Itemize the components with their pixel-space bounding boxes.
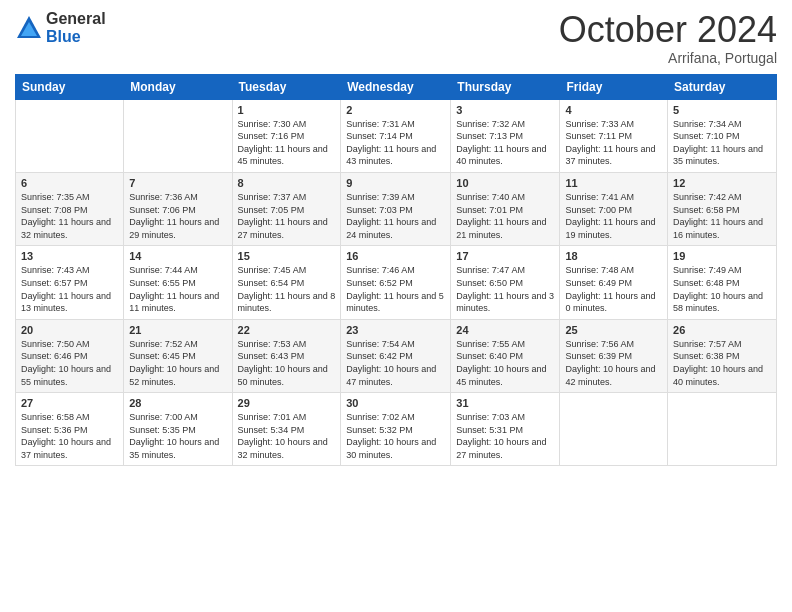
location-subtitle: Arrifana, Portugal [559, 50, 777, 66]
day-info: Sunrise: 7:57 AM Sunset: 6:38 PM Dayligh… [673, 338, 771, 388]
day-info: Sunrise: 7:52 AM Sunset: 6:45 PM Dayligh… [129, 338, 226, 388]
table-row: 2Sunrise: 7:31 AM Sunset: 7:14 PM Daylig… [341, 99, 451, 172]
table-row: 25Sunrise: 7:56 AM Sunset: 6:39 PM Dayli… [560, 319, 668, 392]
day-number: 4 [565, 104, 662, 116]
table-row: 4Sunrise: 7:33 AM Sunset: 7:11 PM Daylig… [560, 99, 668, 172]
table-row: 10Sunrise: 7:40 AM Sunset: 7:01 PM Dayli… [451, 172, 560, 245]
day-number: 14 [129, 250, 226, 262]
day-info: Sunrise: 7:53 AM Sunset: 6:43 PM Dayligh… [238, 338, 336, 388]
week-row-1: 1Sunrise: 7:30 AM Sunset: 7:16 PM Daylig… [16, 99, 777, 172]
day-info: Sunrise: 6:58 AM Sunset: 5:36 PM Dayligh… [21, 411, 118, 461]
day-number: 25 [565, 324, 662, 336]
table-row: 26Sunrise: 7:57 AM Sunset: 6:38 PM Dayli… [668, 319, 777, 392]
day-number: 13 [21, 250, 118, 262]
month-title: October 2024 [559, 10, 777, 50]
table-row: 11Sunrise: 7:41 AM Sunset: 7:00 PM Dayli… [560, 172, 668, 245]
day-number: 10 [456, 177, 554, 189]
day-number: 5 [673, 104, 771, 116]
table-row: 22Sunrise: 7:53 AM Sunset: 6:43 PM Dayli… [232, 319, 341, 392]
day-info: Sunrise: 7:31 AM Sunset: 7:14 PM Dayligh… [346, 118, 445, 168]
day-number: 23 [346, 324, 445, 336]
table-row: 17Sunrise: 7:47 AM Sunset: 6:50 PM Dayli… [451, 246, 560, 319]
table-row: 21Sunrise: 7:52 AM Sunset: 6:45 PM Dayli… [124, 319, 232, 392]
day-info: Sunrise: 7:03 AM Sunset: 5:31 PM Dayligh… [456, 411, 554, 461]
table-row: 16Sunrise: 7:46 AM Sunset: 6:52 PM Dayli… [341, 246, 451, 319]
day-number: 1 [238, 104, 336, 116]
day-info: Sunrise: 7:36 AM Sunset: 7:06 PM Dayligh… [129, 191, 226, 241]
day-info: Sunrise: 7:30 AM Sunset: 7:16 PM Dayligh… [238, 118, 336, 168]
day-info: Sunrise: 7:40 AM Sunset: 7:01 PM Dayligh… [456, 191, 554, 241]
logo-general-text: General [46, 10, 106, 28]
table-row: 27Sunrise: 6:58 AM Sunset: 5:36 PM Dayli… [16, 393, 124, 466]
day-info: Sunrise: 7:39 AM Sunset: 7:03 PM Dayligh… [346, 191, 445, 241]
table-row: 28Sunrise: 7:00 AM Sunset: 5:35 PM Dayli… [124, 393, 232, 466]
day-number: 31 [456, 397, 554, 409]
day-info: Sunrise: 7:34 AM Sunset: 7:10 PM Dayligh… [673, 118, 771, 168]
table-row: 29Sunrise: 7:01 AM Sunset: 5:34 PM Dayli… [232, 393, 341, 466]
table-row: 30Sunrise: 7:02 AM Sunset: 5:32 PM Dayli… [341, 393, 451, 466]
day-number: 17 [456, 250, 554, 262]
day-number: 28 [129, 397, 226, 409]
table-row: 19Sunrise: 7:49 AM Sunset: 6:48 PM Dayli… [668, 246, 777, 319]
day-info: Sunrise: 7:37 AM Sunset: 7:05 PM Dayligh… [238, 191, 336, 241]
day-number: 11 [565, 177, 662, 189]
title-area: October 2024 Arrifana, Portugal [559, 10, 777, 66]
week-row-5: 27Sunrise: 6:58 AM Sunset: 5:36 PM Dayli… [16, 393, 777, 466]
header-friday: Friday [560, 74, 668, 99]
day-info: Sunrise: 7:48 AM Sunset: 6:49 PM Dayligh… [565, 264, 662, 314]
day-number: 16 [346, 250, 445, 262]
table-row: 24Sunrise: 7:55 AM Sunset: 6:40 PM Dayli… [451, 319, 560, 392]
day-info: Sunrise: 7:49 AM Sunset: 6:48 PM Dayligh… [673, 264, 771, 314]
day-info: Sunrise: 7:47 AM Sunset: 6:50 PM Dayligh… [456, 264, 554, 314]
day-info: Sunrise: 7:45 AM Sunset: 6:54 PM Dayligh… [238, 264, 336, 314]
table-row: 8Sunrise: 7:37 AM Sunset: 7:05 PM Daylig… [232, 172, 341, 245]
day-number: 21 [129, 324, 226, 336]
week-row-3: 13Sunrise: 7:43 AM Sunset: 6:57 PM Dayli… [16, 246, 777, 319]
logo-icon [15, 14, 43, 42]
table-row: 13Sunrise: 7:43 AM Sunset: 6:57 PM Dayli… [16, 246, 124, 319]
table-row: 7Sunrise: 7:36 AM Sunset: 7:06 PM Daylig… [124, 172, 232, 245]
table-row: 9Sunrise: 7:39 AM Sunset: 7:03 PM Daylig… [341, 172, 451, 245]
day-number: 24 [456, 324, 554, 336]
header-saturday: Saturday [668, 74, 777, 99]
day-info: Sunrise: 7:55 AM Sunset: 6:40 PM Dayligh… [456, 338, 554, 388]
table-row: 20Sunrise: 7:50 AM Sunset: 6:46 PM Dayli… [16, 319, 124, 392]
table-row [124, 99, 232, 172]
day-number: 18 [565, 250, 662, 262]
day-info: Sunrise: 7:33 AM Sunset: 7:11 PM Dayligh… [565, 118, 662, 168]
day-number: 3 [456, 104, 554, 116]
day-number: 15 [238, 250, 336, 262]
table-row: 14Sunrise: 7:44 AM Sunset: 6:55 PM Dayli… [124, 246, 232, 319]
table-row: 1Sunrise: 7:30 AM Sunset: 7:16 PM Daylig… [232, 99, 341, 172]
header: General Blue October 2024 Arrifana, Port… [15, 10, 777, 66]
day-info: Sunrise: 7:50 AM Sunset: 6:46 PM Dayligh… [21, 338, 118, 388]
day-number: 6 [21, 177, 118, 189]
day-info: Sunrise: 7:43 AM Sunset: 6:57 PM Dayligh… [21, 264, 118, 314]
day-info: Sunrise: 7:02 AM Sunset: 5:32 PM Dayligh… [346, 411, 445, 461]
day-info: Sunrise: 7:46 AM Sunset: 6:52 PM Dayligh… [346, 264, 445, 314]
day-number: 30 [346, 397, 445, 409]
day-info: Sunrise: 7:35 AM Sunset: 7:08 PM Dayligh… [21, 191, 118, 241]
table-row [16, 99, 124, 172]
table-row: 5Sunrise: 7:34 AM Sunset: 7:10 PM Daylig… [668, 99, 777, 172]
day-info: Sunrise: 7:00 AM Sunset: 5:35 PM Dayligh… [129, 411, 226, 461]
table-row [560, 393, 668, 466]
header-monday: Monday [124, 74, 232, 99]
day-info: Sunrise: 7:44 AM Sunset: 6:55 PM Dayligh… [129, 264, 226, 314]
day-number: 26 [673, 324, 771, 336]
day-number: 8 [238, 177, 336, 189]
day-info: Sunrise: 7:56 AM Sunset: 6:39 PM Dayligh… [565, 338, 662, 388]
table-row: 18Sunrise: 7:48 AM Sunset: 6:49 PM Dayli… [560, 246, 668, 319]
day-number: 7 [129, 177, 226, 189]
header-wednesday: Wednesday [341, 74, 451, 99]
day-number: 19 [673, 250, 771, 262]
day-number: 2 [346, 104, 445, 116]
day-info: Sunrise: 7:42 AM Sunset: 6:58 PM Dayligh… [673, 191, 771, 241]
weekday-header-row: Sunday Monday Tuesday Wednesday Thursday… [16, 74, 777, 99]
header-sunday: Sunday [16, 74, 124, 99]
table-row: 31Sunrise: 7:03 AM Sunset: 5:31 PM Dayli… [451, 393, 560, 466]
logo: General Blue [15, 10, 106, 45]
table-row: 23Sunrise: 7:54 AM Sunset: 6:42 PM Dayli… [341, 319, 451, 392]
day-number: 9 [346, 177, 445, 189]
calendar-table: Sunday Monday Tuesday Wednesday Thursday… [15, 74, 777, 467]
